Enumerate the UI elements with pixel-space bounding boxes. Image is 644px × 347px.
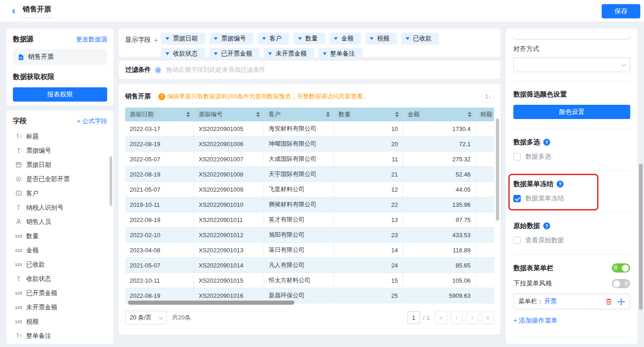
- page-title[interactable]: 销售开票: [22, 4, 54, 18]
- column-header[interactable]: 票据日期: [125, 108, 194, 121]
- display-field-chip[interactable]: 已收款: [401, 33, 439, 45]
- save-button[interactable]: 保存: [602, 4, 640, 18]
- text-icon: [15, 147, 22, 154]
- sort-icon[interactable]: [468, 112, 472, 117]
- display-field-chip[interactable]: 金额: [329, 33, 361, 45]
- column-header[interactable]: 票据编号: [194, 108, 264, 121]
- sort-icon[interactable]: [326, 112, 330, 117]
- menu-item-row[interactable]: 菜单栏： 开票: [513, 294, 630, 309]
- sort-icon[interactable]: [256, 112, 260, 117]
- field-item[interactable]: 票据编号: [13, 143, 107, 158]
- display-field-chip[interactable]: 已开票金额: [209, 48, 260, 60]
- title-icon: [15, 133, 22, 140]
- field-item[interactable]: 123 已收款: [13, 257, 107, 272]
- column-header[interactable]: 金额: [403, 108, 476, 121]
- table-row[interactable]: 2019-10-11XS20220901010腾骏材料有限公司22135.96: [125, 197, 494, 212]
- multi-select-checkbox[interactable]: [513, 153, 521, 160]
- field-item[interactable]: 123 金额: [13, 243, 107, 257]
- multi-select-checkbox-row[interactable]: 数据多选: [513, 153, 630, 161]
- menu-freeze-checkbox-row[interactable]: 数据菜单冻结: [513, 194, 630, 203]
- column-header[interactable]: 数量: [334, 108, 403, 121]
- gear-icon[interactable]: [155, 67, 161, 74]
- field-item[interactable]: 客户: [13, 186, 107, 200]
- trash-icon[interactable]: [605, 298, 613, 306]
- last-page-button[interactable]: »: [482, 312, 494, 324]
- field-item[interactable]: 是否已全部开票: [13, 172, 107, 186]
- field-item[interactable]: 123 税额: [13, 314, 107, 329]
- table-row[interactable]: 2022-08-19XS20220901011英才有限公司1397.75: [125, 212, 494, 228]
- page-size-select[interactable]: 20 条/页: [125, 311, 167, 324]
- table-row[interactable]: 2021-05-07XS20220901014凡人有限公司2485.65: [125, 258, 494, 273]
- display-field-chip[interactable]: 客户: [258, 33, 289, 45]
- field-item-label: 未开票金额: [26, 303, 58, 312]
- column-header[interactable]: 客户: [264, 108, 334, 121]
- display-field-chip[interactable]: 收款状态: [161, 48, 205, 60]
- field-item[interactable]: 纳税人识别号: [13, 200, 107, 215]
- sort-icon[interactable]: [395, 112, 399, 117]
- field-item[interactable]: 整单备注: [13, 329, 107, 343]
- display-field-chip[interactable]: 整单备注: [318, 48, 362, 60]
- datasource-item-label: 销售开票: [28, 53, 54, 61]
- table-cell: 135.96: [403, 197, 476, 212]
- next-page-button[interactable]: ›: [466, 312, 478, 324]
- report-permission-button[interactable]: 报表权限: [13, 87, 107, 102]
- table-row[interactable]: 2021-05-07XS20220901009飞星材料公司1244.05: [125, 182, 494, 197]
- field-item[interactable]: 123 未开票金额: [13, 300, 107, 314]
- table-row[interactable]: 2023-04-08XS20220901013落日有限公司14118.89: [125, 243, 494, 258]
- color-settings-button[interactable]: 颜色设置: [513, 105, 630, 119]
- menu-freeze-checkbox[interactable]: [513, 195, 521, 202]
- menubar-toggle-on[interactable]: 开: [612, 263, 630, 273]
- field-item[interactable]: 7 票据日期: [13, 158, 107, 172]
- page-vertical-scrollbar[interactable]: [639, 164, 643, 310]
- table-row[interactable]: 2022-10-11XS20220901015恒太方材料公司15105.06: [125, 273, 494, 288]
- change-datasource-link[interactable]: 更改数据源: [76, 35, 108, 44]
- total-count: 共20条: [172, 313, 190, 322]
- multi-select-checkbox-label: 数据多选: [525, 153, 551, 161]
- table-row[interactable]: 2022-08-19XS20220901008天宇国际有限公司2152.46: [125, 167, 494, 182]
- table-horizontal-scrollbar[interactable]: [128, 301, 294, 305]
- raw-data-checkbox[interactable]: [513, 237, 521, 244]
- table-cell: 飞星材料公司: [264, 182, 334, 197]
- field-item[interactable]: 123 已开票金额: [13, 286, 107, 300]
- field-item[interactable]: 销售人员: [13, 215, 107, 229]
- current-page-input[interactable]: 1: [408, 311, 420, 324]
- toggle-off-label: 关: [624, 280, 629, 287]
- field-item[interactable]: 123 数量: [13, 229, 107, 243]
- add-action-menu-link[interactable]: + 添加操作菜单: [513, 317, 558, 325]
- datasource-item[interactable]: 销售开票: [13, 49, 107, 65]
- add-display-field-icon[interactable]: +: [154, 36, 158, 44]
- date-icon: 7: [15, 161, 22, 169]
- help-icon[interactable]: ?: [543, 139, 550, 146]
- chevron-down-icon: [621, 62, 626, 67]
- display-field-chip[interactable]: 数量: [293, 33, 325, 45]
- sort-order-tool-icon[interactable]: 1↓: [482, 90, 494, 103]
- table-row[interactable]: 2022-08-19XS20220901006坤曜国际有限公司2072.1: [125, 137, 494, 152]
- raw-data-checkbox-row[interactable]: 查看原始数据: [513, 236, 630, 245]
- table-cell: 凡人有限公司: [264, 258, 334, 273]
- menu-item-value[interactable]: 开票: [544, 297, 600, 306]
- display-field-chip[interactable]: 票据编号: [209, 33, 253, 45]
- column-header[interactable]: 税额: [476, 108, 494, 121]
- field-item[interactable]: 收款状态: [13, 272, 107, 286]
- prev-page-button[interactable]: ‹: [450, 312, 463, 324]
- display-field-chip[interactable]: 未开票金额: [264, 48, 314, 60]
- fields-scrollbar[interactable]: [109, 156, 112, 206]
- table-cell: 52.46: [403, 167, 476, 182]
- move-icon[interactable]: [617, 298, 625, 306]
- back-icon[interactable]: ‹: [12, 6, 15, 16]
- table-vertical-scrollbar[interactable]: [496, 119, 499, 221]
- chevron-down-icon: [406, 37, 409, 40]
- table-row[interactable]: 2022-02-10XS20220901012旭阳有限公司23433.53: [125, 228, 494, 243]
- table-row[interactable]: 2022-03-17XS20220901005海安材料有限公司101730.4: [125, 121, 494, 137]
- field-item[interactable]: 标题: [13, 129, 107, 143]
- display-field-chip[interactable]: 票据日期: [161, 33, 205, 45]
- sort-icon[interactable]: [186, 112, 190, 117]
- display-field-chip[interactable]: 税额: [365, 33, 397, 45]
- dropdown-style-toggle-off[interactable]: 关: [612, 279, 630, 288]
- table-row[interactable]: 2022-05-07XS20220901007大成国际有限公司11275.32: [125, 152, 494, 167]
- help-icon[interactable]: ?: [543, 222, 550, 229]
- align-select[interactable]: [513, 57, 630, 72]
- first-page-button[interactable]: «: [435, 312, 447, 324]
- help-icon[interactable]: ?: [557, 181, 564, 188]
- add-formula-field-link[interactable]: + 公式字段: [77, 117, 107, 125]
